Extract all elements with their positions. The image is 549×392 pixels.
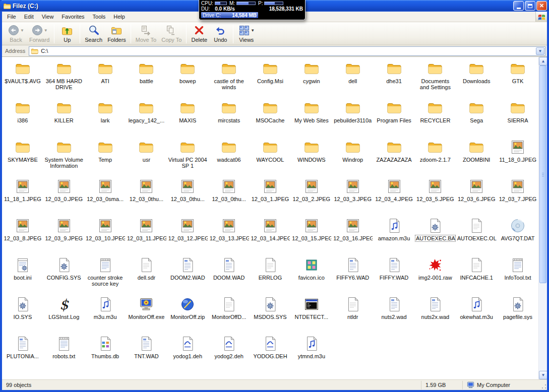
file-item[interactable]: 12_03_15.JPEG bbox=[291, 216, 332, 255]
file-item[interactable]: okewhat.m3u bbox=[456, 295, 497, 334]
file-item[interactable]: ERRLOG bbox=[250, 255, 291, 295]
file-item[interactable]: KILLER bbox=[43, 98, 85, 138]
file-item[interactable]: 12_03_14.JPEG bbox=[250, 216, 291, 255]
file-item[interactable]: DOOM2.WAD bbox=[167, 255, 208, 295]
file-item[interactable]: GTK bbox=[497, 59, 538, 98]
file-item[interactable]: 12_03_2.JPEG bbox=[291, 177, 332, 216]
scroll-up-button[interactable]: ▲ bbox=[539, 57, 547, 66]
file-item[interactable]: AUTOEXEC.BAT bbox=[414, 216, 456, 255]
file-item[interactable]: ytmnd.m3u bbox=[291, 334, 332, 373]
file-item[interactable]: Sega bbox=[456, 98, 497, 138]
scrollbar-thumb[interactable] bbox=[539, 66, 546, 283]
file-item[interactable]: 12_03_0thu... bbox=[126, 177, 167, 216]
file-item[interactable]: 12_03_6.JPEG bbox=[456, 177, 497, 216]
file-item[interactable]: 12_03_10.JPEG bbox=[85, 216, 126, 255]
file-item[interactable]: MonitorOff.exe bbox=[126, 295, 167, 334]
file-item[interactable]: MonitorOffD... bbox=[208, 295, 250, 334]
file-item[interactable]: boot.ini bbox=[2, 255, 43, 295]
file-item[interactable]: nuts2.wad bbox=[374, 295, 415, 334]
file-item[interactable]: InfoTool.txt bbox=[497, 255, 538, 295]
file-item[interactable]: 12_03_9.JPEG bbox=[43, 216, 85, 255]
file-item[interactable]: RECYCLER bbox=[414, 98, 456, 138]
file-item[interactable]: 12_03_4.JPEG bbox=[374, 177, 415, 216]
file-item[interactable]: IO.SYS bbox=[2, 295, 43, 334]
file-item[interactable]: yodog2.deh bbox=[208, 334, 250, 373]
file-item[interactable]: ATI bbox=[85, 59, 126, 98]
file-item[interactable]: Windrop bbox=[332, 138, 374, 177]
file-item[interactable]: 12_03_0thu... bbox=[167, 177, 208, 216]
toolbar-undo-button[interactable]: Undo bbox=[210, 23, 231, 44]
file-item[interactable]: PLUTONIA... bbox=[2, 334, 43, 373]
file-item[interactable]: counter stroke source key bbox=[85, 255, 126, 295]
file-item[interactable]: robots.txt bbox=[43, 334, 85, 373]
file-item[interactable]: yodog1.deh bbox=[167, 334, 208, 373]
file-item[interactable]: Virtual PC 2004 SP 1 bbox=[167, 138, 208, 177]
file-item[interactable]: 12_03_13.JPEG bbox=[208, 216, 250, 255]
file-item[interactable]: 12_03_5.JPEG bbox=[414, 177, 456, 216]
file-item[interactable]: SIERRA bbox=[497, 98, 538, 138]
file-item[interactable]: 364 MB HARD DRIVE bbox=[43, 59, 85, 98]
file-item[interactable]: zdoom-2.1.7 bbox=[414, 138, 456, 177]
file-item[interactable]: 11_18_0.JPEG bbox=[497, 138, 538, 177]
file-item[interactable]: pebuilder3110a bbox=[332, 98, 374, 138]
minimize-button[interactable] bbox=[513, 1, 524, 11]
toolbar-up-button[interactable]: Up bbox=[56, 23, 78, 44]
file-item[interactable]: 12_03_12.JPEG bbox=[167, 216, 208, 255]
file-item[interactable]: System Volume Information bbox=[43, 138, 85, 177]
file-item[interactable]: FIFFY6.WAD bbox=[332, 255, 374, 295]
file-item[interactable]: Downloads bbox=[456, 59, 497, 98]
file-item[interactable]: My Web Sites bbox=[291, 98, 332, 138]
file-item[interactable]: Program Files bbox=[374, 98, 415, 138]
toolbar-search-button[interactable]: Search bbox=[82, 23, 105, 44]
file-item[interactable]: SKYMAYBE bbox=[2, 138, 43, 177]
file-item[interactable]: TNT.WAD bbox=[126, 334, 167, 373]
menu-help[interactable]: Help bbox=[109, 12, 129, 22]
menu-file[interactable]: File bbox=[3, 12, 20, 22]
file-item[interactable]: AUTOEXEC.OLD bbox=[456, 216, 497, 255]
file-item[interactable]: $LGSInst.Log bbox=[43, 295, 85, 334]
toolbar-delete-button[interactable]: Delete bbox=[189, 23, 210, 44]
file-item[interactable]: i386 bbox=[2, 98, 43, 138]
menu-edit[interactable]: Edit bbox=[20, 12, 38, 22]
file-item[interactable]: Config.Msi bbox=[250, 59, 291, 98]
file-item[interactable]: AVG7QT.DAT bbox=[497, 216, 538, 255]
file-item[interactable]: WINDOWS bbox=[291, 138, 332, 177]
file-item[interactable]: $VAULT$.AVG bbox=[2, 59, 43, 98]
file-item[interactable]: 11_18_1.JPEG bbox=[2, 177, 43, 216]
file-item[interactable]: 12_03_16.JPEG bbox=[332, 216, 374, 255]
file-item[interactable]: ZOOMBINI bbox=[456, 138, 497, 177]
file-item[interactable]: lark bbox=[85, 98, 126, 138]
file-item[interactable]: bowep bbox=[167, 59, 208, 98]
resize-grip[interactable] bbox=[540, 383, 547, 390]
file-item[interactable]: favicon.ico bbox=[291, 255, 332, 295]
file-item[interactable]: 12_03_7.JPEG bbox=[497, 177, 538, 216]
file-item[interactable]: 12_03_0sma... bbox=[85, 177, 126, 216]
file-item[interactable]: 12_03_11.JPEG bbox=[126, 216, 167, 255]
file-item[interactable]: MSOCache bbox=[250, 98, 291, 138]
file-item[interactable]: 12_03_0.JPEG bbox=[43, 177, 85, 216]
address-input[interactable]: C:\ ▼ bbox=[29, 46, 545, 56]
file-item[interactable]: legacy_142_... bbox=[126, 98, 167, 138]
file-item[interactable]: Documents and Settings bbox=[414, 59, 456, 98]
menu-view[interactable]: View bbox=[38, 12, 58, 22]
file-item[interactable]: dell.sdr bbox=[126, 255, 167, 295]
file-item[interactable]: Temp bbox=[85, 138, 126, 177]
file-item[interactable]: WAYCOOL bbox=[250, 138, 291, 177]
file-item[interactable]: MonitorOff.zip bbox=[167, 295, 208, 334]
file-item[interactable]: MSDOS.SYS bbox=[250, 295, 291, 334]
file-item[interactable]: m3u.m3u bbox=[85, 295, 126, 334]
file-item[interactable]: CONFIG.SYS bbox=[43, 255, 85, 295]
file-item[interactable]: nuts2x.wad bbox=[414, 295, 456, 334]
file-item[interactable]: 12_03_8.JPEG bbox=[2, 216, 43, 255]
toolbar-folders-button[interactable]: Folders bbox=[105, 23, 129, 44]
file-item[interactable]: INFCACHE.1 bbox=[456, 255, 497, 295]
file-item[interactable]: 12_03_3.JPEG bbox=[332, 177, 374, 216]
file-item[interactable]: MAXIS bbox=[167, 98, 208, 138]
file-item[interactable]: Thumbs.db bbox=[85, 334, 126, 373]
file-item[interactable]: NTDETECT... bbox=[291, 295, 332, 334]
file-item[interactable]: cygwin bbox=[291, 59, 332, 98]
file-item[interactable]: img2-001.raw bbox=[414, 255, 456, 295]
file-item[interactable]: 12_03_0thu... bbox=[208, 177, 250, 216]
scroll-down-button[interactable]: ▼ bbox=[539, 371, 547, 379]
close-button[interactable]: ✕ bbox=[536, 1, 547, 11]
